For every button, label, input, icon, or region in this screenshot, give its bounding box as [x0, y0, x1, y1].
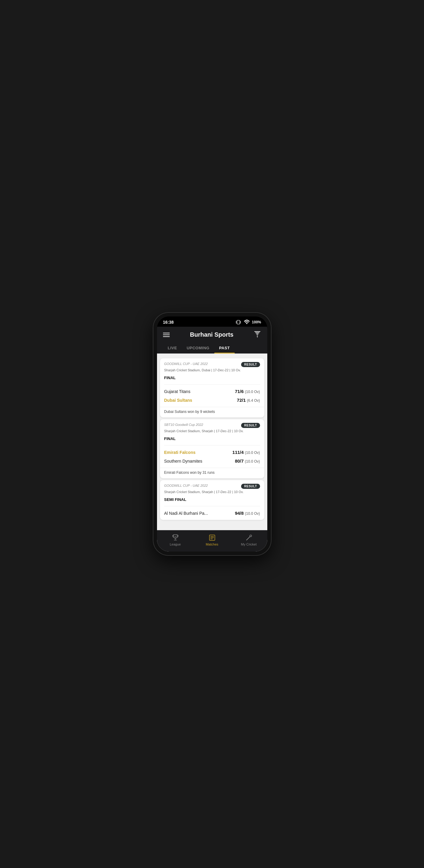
nav-mycricket-label: My Cricket: [241, 542, 257, 546]
nav-league[interactable]: League: [157, 533, 194, 547]
svg-line-4: [246, 536, 250, 540]
team-name-2-0: Emirati Falcons: [164, 450, 195, 455]
nav-matches-label: Matches: [206, 542, 218, 546]
status-time: 16:38: [163, 320, 174, 324]
tab-past[interactable]: PAST: [214, 343, 235, 353]
team-row-3-0: Al Nadi Al Burhani Pa... 94/8 (10.0 Ov): [164, 509, 260, 518]
team-row-1-0: Gujarat Titans 71/6 (10.0 Ov): [164, 387, 260, 396]
menu-button[interactable]: [163, 333, 170, 337]
score-value-1-0: 71/6: [235, 389, 243, 394]
status-bar: 16:38 100%: [157, 316, 267, 327]
overs-3-0: (10.0 Ov): [245, 512, 260, 516]
match-header-3: GOODWILL CUP - UAE 2022 RESULT Sharjah C…: [160, 480, 264, 506]
nav-league-label: League: [170, 542, 181, 546]
filter-button[interactable]: [254, 330, 261, 339]
svg-rect-0: [237, 320, 240, 324]
bat-icon: [245, 534, 252, 541]
overs-2-0: (10.0 Ov): [245, 451, 260, 455]
teams-section-2: Emirati Falcons 111/4 (10.0 Ov) Southern…: [160, 445, 264, 468]
team-score-1-1: 72/1 (6.4 Ov): [237, 398, 260, 403]
result-badge-2: RESULT: [241, 423, 260, 428]
team-name-1-1: Dubai Sultans: [164, 398, 192, 403]
filter-icon: [254, 330, 261, 338]
match-result-1: Dubai Sultans won by 9 wickets: [160, 407, 264, 417]
status-icons: 100%: [235, 319, 261, 326]
tournament-name-2: SBT10 Goodwill Cup 2022: [164, 423, 239, 427]
team-score-3-0: 94/8 (10.0 Ov): [235, 510, 260, 516]
team-name-3-0: Al Nadi Al Burhani Pa...: [164, 511, 208, 516]
score-value-3-0: 94/8: [235, 510, 243, 516]
match-card-3[interactable]: GOODWILL CUP - UAE 2022 RESULT Sharjah C…: [160, 480, 264, 520]
match-meta-3: Sharjah Cricket Stadium, Sharjah | 17-De…: [164, 490, 260, 494]
tabs-bar: LIVE UPCOMING PAST: [157, 343, 267, 353]
matches-list: GOODWILL CUP - UAE 2022 RESULT Sharjah C…: [157, 353, 267, 552]
bottom-nav: League Matches My Cricket: [157, 530, 267, 552]
match-stage-3: SEMI FINAL: [164, 495, 260, 504]
svg-point-2: [175, 536, 176, 537]
team-score-2-0: 111/4 (10.0 Ov): [232, 450, 260, 455]
team-score-1-0: 71/6 (10.0 Ov): [235, 389, 260, 394]
match-header-top-3: GOODWILL CUP - UAE 2022 RESULT: [164, 484, 260, 489]
match-stage-1: FINAL: [164, 374, 260, 382]
match-header-2: SBT10 Goodwill Cup 2022 RESULT Sharjah C…: [160, 419, 264, 445]
wifi-icon: [243, 319, 250, 326]
match-stage-2: FINAL: [164, 435, 260, 443]
tab-upcoming[interactable]: UPCOMING: [182, 343, 214, 353]
app-title: Burhani Sports: [190, 331, 233, 338]
match-header-top-1: GOODWILL CUP - UAE 2022 RESULT: [164, 362, 260, 367]
tournament-name-3: GOODWILL CUP - UAE 2022: [164, 484, 239, 487]
overs-2-1: (10.0 Ov): [245, 459, 260, 464]
matches-icon: [209, 534, 216, 541]
trophy-icon: [172, 534, 179, 541]
overs-1-1: (6.4 Ov): [247, 398, 260, 403]
match-card-2[interactable]: SBT10 Goodwill Cup 2022 RESULT Sharjah C…: [160, 419, 264, 478]
teams-section-1: Gujarat Titans 71/6 (10.0 Ov) Dubai Sult…: [160, 384, 264, 407]
nav-mycricket[interactable]: My Cricket: [231, 533, 267, 547]
overs-1-0: (10.0 Ov): [245, 390, 260, 394]
svg-marker-1: [257, 336, 258, 338]
result-badge-3: RESULT: [241, 484, 260, 489]
match-card-1[interactable]: GOODWILL CUP - UAE 2022 RESULT Sharjah C…: [160, 358, 264, 417]
tournament-name-1: GOODWILL CUP - UAE 2022: [164, 362, 239, 366]
svg-point-5: [250, 535, 252, 537]
team-row-2-0: Emirati Falcons 111/4 (10.0 Ov): [164, 448, 260, 457]
team-row-1-1: Dubai Sultans 72/1 (6.4 Ov): [164, 396, 260, 404]
score-value-2-0: 111/4: [232, 450, 244, 455]
teams-section-3: Al Nadi Al Burhani Pa... 94/8 (10.0 Ov): [160, 506, 264, 520]
result-badge-1: RESULT: [241, 362, 260, 367]
match-meta-1: Sharjah Cricket Stadium, Dubai | 17-Dec-…: [164, 368, 260, 372]
score-value-1-1: 72/1: [237, 398, 246, 403]
team-name-1-0: Gujarat Titans: [164, 389, 190, 394]
match-meta-2: Sharjah Cricket Stadium, Sharjah | 17-De…: [164, 429, 260, 433]
score-value-2-1: 80/7: [235, 458, 243, 464]
match-result-2: Emirati Falcons won by 31 runs: [160, 468, 264, 478]
battery-level: 100%: [252, 320, 261, 324]
match-header-1: GOODWILL CUP - UAE 2022 RESULT Sharjah C…: [160, 358, 264, 384]
tab-live[interactable]: LIVE: [163, 343, 182, 353]
vibrate-icon: [235, 319, 242, 326]
app-header: Burhani Sports: [157, 327, 267, 343]
match-header-top-2: SBT10 Goodwill Cup 2022 RESULT: [164, 423, 260, 428]
team-score-2-1: 80/7 (10.0 Ov): [235, 458, 260, 464]
team-name-2-1: Southern Dynamites: [164, 459, 203, 464]
team-row-2-1: Southern Dynamites 80/7 (10.0 Ov): [164, 457, 260, 465]
nav-matches[interactable]: Matches: [194, 533, 231, 547]
